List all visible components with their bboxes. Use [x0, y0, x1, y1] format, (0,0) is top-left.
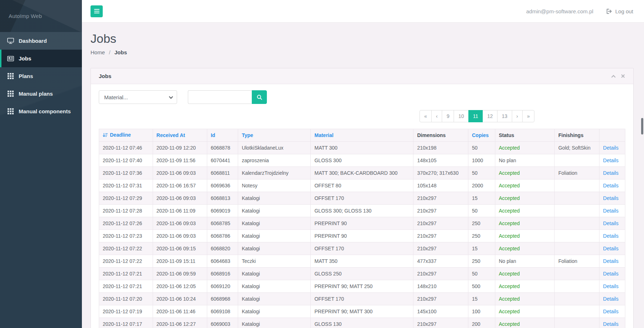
- details-link[interactable]: Details: [603, 283, 618, 289]
- column-label: Id: [211, 132, 215, 138]
- details-link[interactable]: Details: [603, 170, 618, 176]
- app-brand: AutoImp Web: [9, 13, 42, 19]
- cell-received_at: 2020-11-06 11:09: [153, 205, 207, 217]
- search-input[interactable]: [188, 90, 252, 104]
- details-link[interactable]: Details: [603, 296, 618, 302]
- cell-type: Teczki: [238, 255, 311, 268]
- panel-close-button[interactable]: [621, 74, 625, 78]
- pagination: «‹910111213›»: [420, 110, 534, 122]
- cell-id: 6069108: [207, 305, 238, 318]
- page-button-13[interactable]: 13: [497, 110, 512, 122]
- column-header-id[interactable]: Id: [207, 129, 238, 142]
- cell-status: Accepted: [495, 142, 555, 154]
- table-row: 2020-11-12 07:262020-11-06 09:036068785K…: [99, 217, 625, 230]
- first-page-button[interactable]: «: [420, 110, 432, 122]
- details-link[interactable]: Details: [603, 258, 618, 264]
- page-title: Jobs: [91, 31, 634, 46]
- page-button-9[interactable]: 9: [442, 110, 454, 122]
- details-link[interactable]: Details: [603, 309, 618, 314]
- cell-details: Details: [599, 280, 625, 293]
- search-group: [188, 90, 267, 104]
- column-header-received-at[interactable]: Received At: [153, 129, 207, 142]
- cell-status: Accepted: [495, 167, 555, 179]
- status-text: No plan: [499, 158, 516, 163]
- cell-details: Details: [599, 154, 625, 167]
- details-link[interactable]: Details: [603, 220, 618, 226]
- details-link[interactable]: Details: [603, 233, 618, 239]
- sidebar-item-manual-plans[interactable]: Manual plans: [0, 85, 82, 102]
- cell-dimensions: 210x297: [413, 192, 468, 205]
- sign-out-icon: [606, 9, 612, 14]
- cell-details: Details: [599, 192, 625, 205]
- cell-finishings: Foliation: [555, 255, 599, 268]
- column-header-material[interactable]: Material: [311, 129, 413, 142]
- cell-received_at: 2020-11-06 09:03: [153, 217, 207, 230]
- cell-copies: 250: [468, 255, 495, 268]
- details-link[interactable]: Details: [603, 183, 618, 188]
- jobs-panel: Jobs: [91, 68, 634, 328]
- column-label: Status: [499, 132, 514, 138]
- table-row: 2020-11-12 07:202020-11-06 10:246068968K…: [99, 293, 625, 305]
- cell-status: Accepted: [495, 305, 555, 318]
- table-row: 2020-11-12 07:192020-11-06 11:466069108K…: [99, 305, 625, 318]
- next-page-button[interactable]: ›: [512, 110, 523, 122]
- details-link[interactable]: Details: [603, 246, 618, 251]
- cell-id: 6068786: [207, 230, 238, 242]
- details-link[interactable]: Details: [603, 158, 618, 163]
- column-header-type[interactable]: Type: [238, 129, 311, 142]
- details-link[interactable]: Details: [603, 208, 618, 214]
- details-link[interactable]: Details: [603, 321, 618, 327]
- sidebar-item-dashboard[interactable]: Dashboard: [0, 32, 82, 50]
- details-link[interactable]: Details: [603, 195, 618, 201]
- cell-received_at: 2020-11-06 09:03: [153, 192, 207, 205]
- status-text: Accepted: [499, 183, 520, 188]
- cell-deadline: 2020-11-12 07:17: [99, 318, 153, 328]
- sidebar-brand-area: AutoImp Web: [0, 0, 82, 32]
- topbar-right: admin@pm-software.com.pl Log out: [526, 8, 633, 14]
- cell-id: 6068811: [207, 167, 238, 179]
- column-header-status: Status: [495, 129, 555, 142]
- desktop-icon: [7, 38, 14, 44]
- column-header-dimensions: Dimensions: [413, 129, 468, 142]
- sidebar-toggle-button[interactable]: [91, 5, 103, 17]
- breadcrumb-separator: /: [109, 49, 110, 55]
- vertical-scrollbar-thumb[interactable]: [641, 118, 643, 135]
- details-link[interactable]: Details: [603, 145, 618, 151]
- breadcrumb-home-link[interactable]: Home: [91, 49, 105, 55]
- pagination-row: «‹910111213›»: [99, 110, 625, 122]
- sidebar-item-plans[interactable]: Plans: [0, 67, 82, 85]
- cell-type: Katalogi: [238, 205, 311, 217]
- cell-id: 6068878: [207, 142, 238, 154]
- cell-deadline: 2020-11-12 07:22: [99, 255, 153, 268]
- status-text: Accepted: [499, 246, 520, 251]
- material-select[interactable]: Material...: [99, 90, 177, 104]
- details-link[interactable]: Details: [603, 271, 618, 277]
- page-button-12[interactable]: 12: [482, 110, 497, 122]
- cell-material: PREPRINT 90; MATT 300: [311, 305, 413, 318]
- column-label: Received At: [157, 132, 185, 138]
- panel-collapse-button[interactable]: [611, 74, 616, 78]
- cell-finishings: [555, 268, 599, 280]
- column-header-deadline[interactable]: Deadline: [99, 129, 153, 142]
- cell-received_at: 2020-11-06 09:03: [153, 167, 207, 179]
- cell-received_at: 2020-11-06 12:05: [153, 280, 207, 293]
- page-button-11[interactable]: 11: [468, 110, 483, 122]
- sidebar-item-jobs[interactable]: Jobs: [0, 50, 82, 67]
- previous-page-button[interactable]: ‹: [431, 110, 443, 122]
- last-page-button[interactable]: »: [522, 110, 534, 122]
- cell-dimensions: 210x297: [413, 205, 468, 217]
- search-button[interactable]: [252, 90, 267, 104]
- logout-button[interactable]: Log out: [606, 8, 633, 14]
- logout-label: Log out: [615, 8, 633, 14]
- cell-deadline: 2020-11-12 07:19: [99, 305, 153, 318]
- page-button-10[interactable]: 10: [454, 110, 469, 122]
- column-header-copies[interactable]: Copies: [468, 129, 495, 142]
- cell-finishings: [555, 179, 599, 192]
- table-row: 2020-11-12 07:212020-11-06 12:056069120K…: [99, 280, 625, 293]
- cell-finishings: [555, 242, 599, 255]
- cell-copies: 100: [468, 305, 495, 318]
- cell-details: Details: [599, 205, 625, 217]
- cell-copies: 50: [468, 268, 495, 280]
- cell-finishings: [555, 293, 599, 305]
- sidebar-item-manual-components[interactable]: Manual components: [0, 102, 82, 120]
